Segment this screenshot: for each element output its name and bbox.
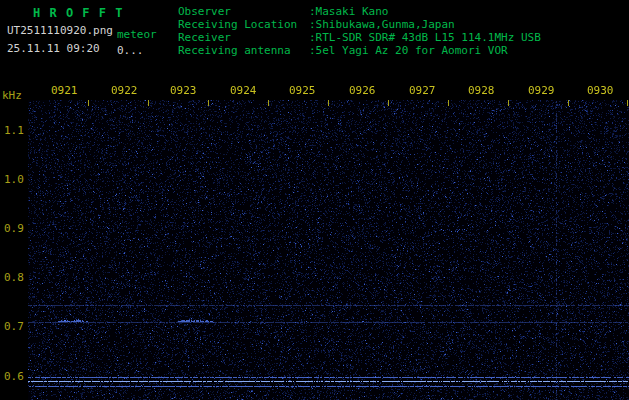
time-tick: [208, 100, 209, 106]
x-tick-label: 0928: [468, 84, 495, 97]
output-filename: UT2511110920.png: [7, 24, 113, 37]
station-info: Observer:Masaki Kano Receiving Location:…: [178, 5, 541, 57]
y-tick-label: 1.1: [4, 124, 28, 137]
spectrogram-canvas: [28, 100, 629, 400]
info-row: Observer:Masaki Kano: [178, 5, 541, 18]
progress-indicator: 0...: [117, 44, 144, 57]
x-tick-label: 0927: [409, 84, 436, 97]
y-tick-label: 0.7: [4, 320, 28, 333]
info-value: :5el Yagi Az 20 for Aomori VOR: [309, 44, 508, 57]
info-value: :Masaki Kano: [309, 5, 388, 18]
app-title: H R O F F T: [33, 6, 123, 20]
hrofft-window: H R O F F T UT2511110920.png meteor 25.1…: [0, 0, 629, 400]
info-value: :RTL-SDR SDR# 43dB L15 114.1MHz USB: [309, 31, 541, 44]
info-row: Receiving antenna:5el Yagi Az 20 for Aom…: [178, 44, 541, 57]
x-tick-label: 0925: [289, 84, 316, 97]
time-tick: [328, 100, 329, 106]
x-tick-label: 0921: [51, 84, 78, 97]
x-tick-label: 0922: [111, 84, 138, 97]
time-tick: [268, 100, 269, 106]
x-tick-label: 0923: [170, 84, 197, 97]
info-row: Receiver:RTL-SDR SDR# 43dB L15 114.1MHz …: [178, 31, 541, 44]
time-tick: [148, 100, 149, 106]
x-tick-label: 0924: [230, 84, 257, 97]
time-tick: [88, 100, 89, 106]
time-tick: [448, 100, 449, 106]
x-tick-label: 0930: [587, 84, 614, 97]
x-tick-label: 0926: [349, 84, 376, 97]
info-label: Observer: [178, 5, 309, 18]
y-tick-label: 0.6: [4, 370, 28, 383]
time-tick: [627, 100, 628, 106]
y-tick-label: 0.9: [4, 222, 28, 235]
info-row: Receiving Location:Shibukawa,Gunma,Japan: [178, 18, 541, 31]
y-axis-unit: kHz: [2, 89, 22, 102]
time-tick: [388, 100, 389, 106]
info-label: Receiver: [178, 31, 309, 44]
y-tick-label: 0.8: [4, 271, 28, 284]
time-tick: [568, 100, 569, 106]
datetime-label: 25.11.11 09:20: [7, 42, 100, 55]
x-tick-label: 0929: [528, 84, 555, 97]
mode-label: meteor: [117, 28, 157, 41]
info-label: Receiving antenna: [178, 44, 309, 57]
info-value: :Shibukawa,Gunma,Japan: [309, 18, 455, 31]
info-label: Receiving Location: [178, 18, 309, 31]
time-tick: [508, 100, 509, 106]
y-tick-label: 1.0: [4, 173, 28, 186]
